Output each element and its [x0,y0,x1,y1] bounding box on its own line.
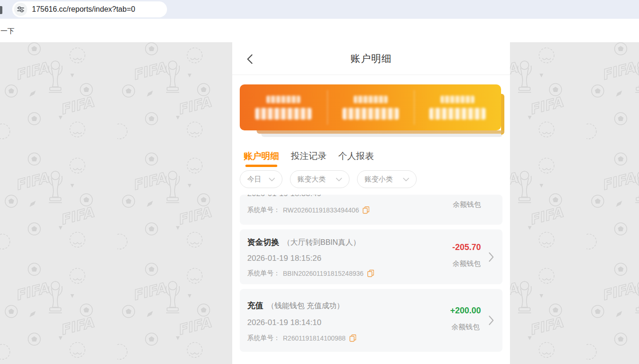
filter-minor-category-dropdown[interactable]: 账变小类 [357,170,417,188]
balance-column-1 [240,84,327,130]
tab-bet-records[interactable]: 投注记录 [291,144,327,168]
filter-date-dropdown[interactable]: 今日 [240,170,282,188]
transaction-note: （钱能钱包 充值成功） [267,301,344,311]
page-title: 账户明细 [350,52,392,65]
partial-text: 一下 [0,27,15,36]
transaction-item[interactable]: 充值 （钱能钱包 充值成功） 2026-01-19 18:14:10 系统单号：… [240,289,502,352]
chevron-left-icon [246,53,253,65]
transaction-amount: +200.00 [450,306,481,316]
transaction-amount: -205.70 [452,243,481,252]
browser-toolbar: 175616.cc/reports/index?tab=0 [0,0,639,19]
order-label: 系统单号： [247,206,280,214]
filter-date-label: 今日 [247,175,261,184]
account-panel: 账户明细 账户明细 投 [232,42,510,364]
balance-card-area [232,84,510,137]
card-stack-strip-1 [257,130,504,134]
order-label: 系统单号： [247,334,280,342]
transaction-right: +200.00 余额钱包 [450,306,481,332]
wallet-label: 余额钱包 [453,200,481,209]
panel-header: 账户明细 [232,42,510,75]
toolbar-icon-fragment [0,6,2,14]
copy-button[interactable] [367,270,374,277]
filter-major-category-dropdown[interactable]: 账变大类 [290,170,350,188]
balance-card[interactable] [240,84,501,130]
chevron-down-icon [336,178,342,182]
address-bar[interactable]: 175616.cc/reports/index?tab=0 [12,1,167,17]
blurred-value [342,108,399,120]
tab-bar: 账户明细 投注记录 个人报表 [232,144,510,168]
copy-button[interactable] [363,206,369,214]
tab-personal-report[interactable]: 个人报表 [338,144,374,168]
balance-column-2 [327,84,414,130]
order-number: R2601191814100988 [283,334,346,342]
copy-icon [367,270,374,277]
transaction-item[interactable]: 2026-01-19 18:33:49 系统单号： RW202601191833… [240,195,502,225]
transaction-note: （大厅转到BBIN真人） [283,238,360,248]
page-top-strip: 一下 [0,19,639,42]
transaction-right: 余额钱包 [453,200,481,209]
blurred-value [429,108,486,120]
copy-icon [350,334,356,342]
transaction-order-row: 系统单号： BBIN202601191815248936 [247,269,495,278]
filter-bar: 今日 账变大类 账变小类 [232,168,510,195]
transaction-order-row: 系统单号： R2601191814100988 [247,334,495,342]
order-label: 系统单号： [247,269,280,278]
wallet-label: 余额钱包 [451,323,479,332]
tune-icon [16,5,25,14]
copy-button[interactable] [350,334,356,342]
blurred-value [255,108,312,120]
transaction-item[interactable]: 资金切换 （大厅转到BBIN真人） 2026-01-19 18:15:26 系统… [240,229,502,284]
order-number: BBIN202601191815248936 [283,270,364,277]
chevron-down-icon [403,178,409,182]
transaction-type: 充值 [247,300,263,311]
chevron-down-icon [269,178,275,182]
balance-column-3 [414,84,501,130]
url-text[interactable]: 175616.cc/reports/index?tab=0 [32,5,135,14]
copy-icon [363,206,369,214]
filter-major-category-label: 账变大类 [297,175,326,184]
card-stack-strip-2 [261,134,502,137]
card-stack-edge [501,94,504,135]
transaction-type: 资金切换 [247,237,279,248]
chevron-right-icon [488,315,494,326]
blurred-label [354,96,388,103]
wallet-label: 余额钱包 [452,259,480,268]
site-settings-button[interactable] [14,3,27,16]
browser-window: 175616.cc/reports/index?tab=0 一下 [0,0,639,364]
back-button[interactable] [246,53,257,65]
tab-account-details[interactable]: 账户明细 [243,144,279,168]
chevron-right-icon [488,252,494,262]
blurred-label [441,96,474,103]
filter-minor-category-label: 账变小类 [365,175,393,184]
order-number: RW202601191833494406 [283,206,359,214]
blurred-label [266,96,300,103]
transaction-datetime: 2026-01-19 18:33:49 [247,195,495,199]
transaction-list: 2026-01-19 18:33:49 系统单号： RW202601191833… [232,195,510,352]
transaction-right: -205.70 余额钱包 [452,243,481,268]
